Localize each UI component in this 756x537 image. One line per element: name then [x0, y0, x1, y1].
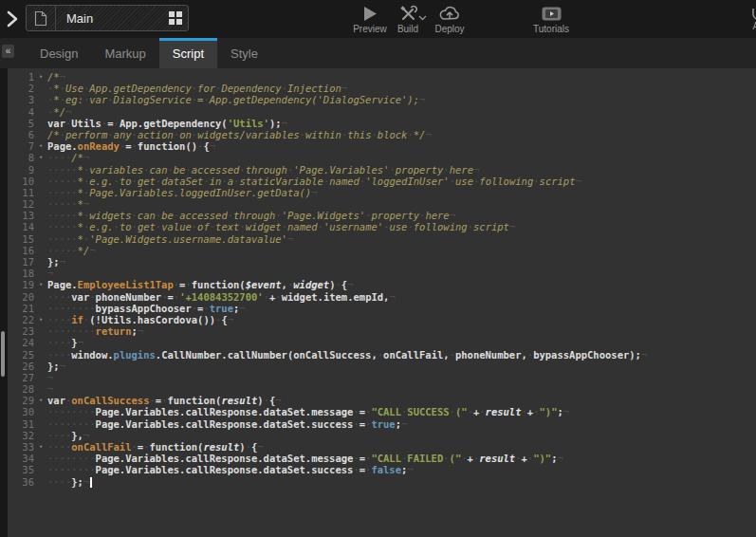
code-line[interactable]: 16·····*/¬ [8, 245, 756, 256]
line-number: 12 [8, 198, 34, 210]
code-line[interactable]: 3·*·eg:·var·DialogService·=·App.getDepen… [8, 94, 756, 105]
code-line[interactable]: 20····var·phoneNumber·=·'+14084352700'·+… [8, 291, 756, 303]
code-text: ·····*¬ [47, 198, 89, 210]
chevron-down-icon[interactable] [418, 15, 427, 21]
expand-panel-button[interactable] [6, 9, 21, 29]
code-text: /*¬ [47, 71, 65, 83]
fold-gutter [34, 291, 47, 303]
code-text: ····};¬ [47, 476, 92, 488]
code-line[interactable]: 13·····*·widgets·can·be·accessed·through… [8, 210, 756, 221]
left-scrollbar-thumb[interactable] [1, 331, 5, 377]
fold-marker-icon[interactable]: ▾ [34, 441, 47, 453]
code-line[interactable]: 28¬ [8, 383, 756, 395]
code-line[interactable]: 27¬ [8, 372, 756, 383]
code-line[interactable]: 32····},¬ [8, 430, 756, 441]
fold-gutter [34, 361, 47, 372]
line-number: 23 [8, 325, 34, 337]
code-text: ····window.plugins.CallNumber.callNumber… [47, 349, 647, 361]
fold-gutter [34, 453, 47, 464]
line-number: 17 [8, 256, 34, 268]
code-line[interactable]: 5var·Utils·=·App.getDependency('Utils');… [8, 118, 756, 129]
code-line[interactable]: 21········bypassAppChooser·=·true;¬ [8, 303, 756, 314]
tab-markup[interactable]: Markup [91, 38, 158, 68]
code-line[interactable]: 6/*·perform·any·action·on·widgets/variab… [8, 129, 756, 140]
code-area[interactable]: 1▾/*¬2·*·Use·App.getDependency·for·Depen… [8, 71, 756, 488]
fold-marker-icon[interactable]: ▾ [34, 314, 47, 325]
preview-label: Preview [353, 24, 387, 34]
code-text: ·*/¬ [47, 106, 71, 118]
code-text: ····/*¬ [47, 152, 89, 163]
line-number: 36 [8, 476, 34, 488]
tab-style[interactable]: Style [217, 38, 271, 68]
code-text: Page.onReady·=·function()·{¬ [47, 140, 215, 152]
code-line[interactable]: 24····}¬ [8, 337, 756, 348]
code-line[interactable]: 30········Page.Variables.callResponse.da… [8, 406, 756, 417]
page-switcher[interactable]: Main [26, 5, 189, 31]
script-editor[interactable]: 1▾/*¬2·*·Use·App.getDependency·for·Depen… [0, 68, 756, 537]
pages-grid-icon[interactable] [163, 11, 188, 25]
code-line[interactable]: 26};¬ [8, 361, 756, 372]
cloud-upload-icon [439, 4, 460, 23]
preview-button[interactable]: Preview [346, 4, 394, 34]
fold-marker-icon[interactable]: ▾ [34, 395, 47, 406]
cut-off-label: Arti [753, 21, 756, 31]
code-line[interactable]: 22▾····if·(!Utils.hasCordova())·{¬ [8, 314, 756, 325]
build-button[interactable]: Build [388, 4, 428, 34]
tutorials-button[interactable]: Tutorials [523, 4, 580, 34]
code-line[interactable]: 7▾Page.onReady·=·function()·{¬ [8, 140, 756, 152]
fold-marker-icon[interactable]: ▾ [34, 71, 47, 83]
code-line[interactable]: 10·····*·e.g.·to·get·dataSet·in·a·static… [8, 176, 756, 187]
fold-gutter [34, 464, 47, 475]
code-line[interactable]: 12·····*¬ [8, 198, 756, 210]
code-text: var·onCallSuccess·=·function(result)·{¬ [47, 395, 282, 406]
line-number: 22 [8, 314, 34, 325]
line-number: 16 [8, 245, 34, 256]
code-line[interactable]: 9·····*·variables·can·be·accessed·throug… [8, 164, 756, 176]
code-text: ········Page.Variables.callResponse.data… [47, 406, 569, 417]
tab-design[interactable]: Design [27, 38, 91, 68]
code-line[interactable]: 11·····*·Page.Variables.loggedInUser.get… [8, 187, 756, 198]
fold-marker-icon[interactable]: ▾ [34, 279, 47, 290]
fold-gutter [34, 176, 47, 187]
fold-gutter [34, 187, 47, 198]
line-number: 32 [8, 430, 34, 441]
collapse-sidebar-button[interactable]: « [2, 45, 14, 58]
fold-marker-icon[interactable]: ▾ [34, 152, 47, 163]
fold-gutter [34, 383, 47, 395]
code-line[interactable]: 18¬ [8, 268, 756, 279]
code-line[interactable]: 2·*·Use·App.getDependency·for·Dependency… [8, 83, 756, 94]
fold-gutter [34, 337, 47, 348]
fold-gutter [34, 198, 47, 210]
code-line[interactable]: 34········Page.Variables.callResponse.da… [8, 453, 756, 464]
left-rail [0, 68, 8, 537]
code-line[interactable]: 33▾····onCallFail·=·function(result)·{¬ [8, 441, 756, 453]
cut-off-icon [751, 8, 756, 20]
code-line[interactable]: 23········return;¬ [8, 325, 756, 337]
fold-gutter [34, 106, 47, 118]
line-number: 35 [8, 464, 34, 475]
text-caret [90, 477, 92, 488]
code-text: ·····*·widgets·can·be·accessed·through·'… [47, 210, 455, 221]
code-line[interactable]: 1▾/*¬ [8, 71, 756, 83]
active-page-name: Main [56, 11, 163, 26]
code-line[interactable]: 4·*/¬ [8, 106, 756, 118]
code-line[interactable]: 14·····*·e.g.·to·get·value·of·text·widge… [8, 221, 756, 232]
code-line[interactable]: 15·····*·'Page.Widgets.username.datavalu… [8, 233, 756, 245]
deploy-button[interactable]: Deploy [427, 4, 472, 34]
fold-gutter [34, 129, 47, 140]
page-tab-bar: « Design Markup Script Style [0, 38, 756, 68]
code-line[interactable]: 17};¬ [8, 256, 756, 268]
cut-off-toolbar-item[interactable]: Arti [741, 8, 756, 31]
code-line[interactable]: 19▾Page.EmployeeList1Tap·=·function($eve… [8, 279, 756, 290]
code-line[interactable]: 25····window.plugins.CallNumber.callNumb… [8, 349, 756, 361]
code-line[interactable]: 36····};¬ [8, 476, 756, 488]
code-line[interactable]: 35········Page.Variables.callResponse.da… [8, 464, 756, 475]
code-text: /*·perform·any·action·on·widgets/variabl… [47, 129, 432, 140]
code-line[interactable]: 31········Page.Variables.callResponse.da… [8, 418, 756, 430]
code-line[interactable]: 8▾····/*¬ [8, 152, 756, 163]
code-line[interactable]: 29▾var·onCallSuccess·=·function(result)·… [8, 395, 756, 406]
line-number: 21 [8, 303, 34, 314]
code-text: ·····*·'Page.Widgets.username.datavalue'… [47, 233, 293, 245]
fold-marker-icon[interactable]: ▾ [34, 140, 47, 152]
tab-script[interactable]: Script [159, 38, 217, 68]
